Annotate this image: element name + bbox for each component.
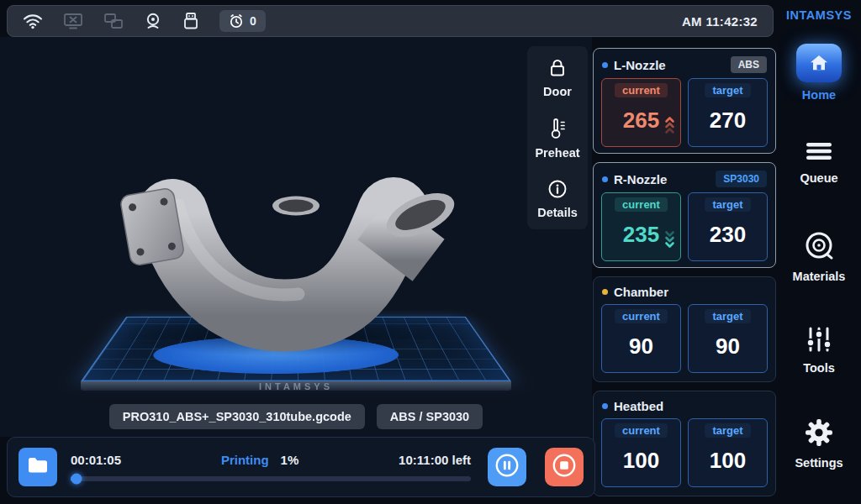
target-label: target [705, 83, 750, 97]
settings-gear-icon [805, 418, 833, 450]
stop-button[interactable] [545, 448, 584, 486]
current-label: current [615, 83, 668, 97]
panel-title: Chamber [614, 285, 767, 299]
temp-panel-r-nozzle: R-Nozzle SP3030 current 235 target 230 [593, 162, 776, 268]
target-label: target [705, 197, 750, 212]
sidebar-item-home[interactable]: Home [796, 44, 842, 102]
progress-dot[interactable] [71, 474, 82, 485]
webcam-icon[interactable] [144, 12, 162, 30]
current-value: 90 [629, 323, 653, 372]
target-value: 270 [710, 97, 746, 146]
current-temp-card: current 265 [601, 78, 681, 147]
material-chip: ABS / SP3030 [377, 404, 483, 429]
lock-icon [548, 58, 567, 81]
sidebar: INTAMSYS Home Queue Materials Tools [777, 0, 861, 504]
sidebar-label: Home [802, 88, 836, 102]
target-value: 230 [710, 212, 746, 260]
current-value: 235 [623, 212, 659, 260]
current-temp-card: current 100 [601, 418, 681, 487]
current-label: current [615, 423, 668, 438]
queue-icon [806, 140, 832, 165]
pause-button[interactable] [488, 448, 526, 486]
material-badge: ABS [731, 56, 767, 73]
temp-panel-l-nozzle: L-Nozzle ABS current 265 target 270 [593, 48, 776, 154]
current-label: current [615, 197, 668, 212]
model-viewport[interactable]: INTAMSYS [0, 37, 592, 437]
current-value: 265 [623, 97, 659, 146]
current-label: current [615, 309, 668, 323]
door-label: Door [543, 85, 572, 98]
temp-falling-icon [664, 229, 675, 249]
temp-panel-chamber: Chamber current 90 target 90 [593, 276, 776, 382]
plate-watermark: INTAMSYS [0, 381, 592, 391]
clock: AM 11:42:32 [682, 14, 758, 29]
printer-ui: 0 AM 11:42:32 INTAMSYS Home Queue Materi… [0, 0, 861, 504]
status-dot [602, 289, 608, 295]
sidebar-item-settings[interactable]: Settings [795, 418, 843, 470]
current-value: 100 [623, 438, 659, 486]
preheat-label: Preheat [535, 146, 579, 160]
details-label: Details [537, 206, 578, 219]
sidebar-item-queue[interactable]: Queue [800, 140, 837, 185]
wifi-icon[interactable] [23, 13, 43, 29]
status-dot [602, 176, 608, 182]
target-value: 100 [710, 438, 746, 486]
usb-icon[interactable] [182, 12, 199, 30]
temp-panel-heatbed: Heatbed current 100 target 100 [593, 391, 776, 496]
notification-pill[interactable]: 0 [219, 10, 266, 32]
target-temp-card[interactable]: target 90 [688, 304, 768, 373]
print-status: Printing [221, 453, 269, 467]
sidebar-item-tools[interactable]: Tools [803, 327, 835, 375]
pause-icon [494, 453, 520, 481]
home-icon [796, 44, 842, 82]
material-badge: SP3030 [716, 171, 767, 187]
door-button[interactable]: Door [543, 58, 572, 98]
sidebar-label: Tools [803, 361, 835, 375]
target-temp-card[interactable]: target 230 [688, 192, 768, 261]
remaining-time: 10:11:00 left [399, 453, 471, 467]
notification-count: 0 [250, 14, 256, 28]
target-label: target [705, 309, 750, 323]
stop-icon [552, 453, 577, 481]
status-group: Printing1% [221, 453, 298, 467]
gcode-filename-chip: PRO310_ABS+_SP3030_310tube.gcode [109, 404, 365, 429]
details-button[interactable]: Details [537, 179, 578, 219]
info-icon [547, 179, 568, 202]
status-dot [602, 403, 608, 409]
current-temp-card: current 235 [601, 192, 681, 261]
status-icons: 0 [23, 10, 266, 32]
status-bar: 0 AM 11:42:32 [7, 5, 774, 37]
progress-area: 00:01:05 Printing1% 10:11:00 left [71, 453, 471, 481]
model-shadow [126, 311, 437, 356]
print-status-bar: 00:01:05 Printing1% 10:11:00 left [7, 437, 595, 497]
tools-icon [806, 327, 832, 355]
target-temp-card[interactable]: target 270 [688, 78, 768, 147]
panel-title: Heatbed [614, 399, 767, 413]
quick-actions-panel: Door Preheat Details [527, 46, 588, 229]
folder-icon [27, 456, 49, 478]
temperature-panels: L-Nozzle ABS current 265 target 270 R-No… [593, 48, 776, 496]
sidebar-label: Materials [793, 270, 846, 283]
sidebar-label: Queue [800, 171, 837, 185]
progress-bar[interactable] [71, 476, 471, 481]
job-info: PRO310_ABS+_SP3030_310tube.gcode ABS / S… [0, 404, 592, 429]
files-button[interactable] [18, 448, 57, 486]
elapsed-time: 00:01:05 [71, 453, 121, 467]
target-temp-card[interactable]: target 100 [688, 418, 768, 487]
progress-percent: 1% [281, 453, 299, 467]
alarm-icon [229, 13, 244, 29]
status-dot [602, 62, 608, 68]
panel-title: L-Nozzle [614, 58, 725, 72]
brand-logo: INTAMSYS [786, 8, 852, 22]
sidebar-item-materials[interactable]: Materials [793, 230, 846, 283]
cast-icon[interactable] [103, 12, 124, 30]
thermometer-icon [548, 118, 567, 142]
screen-off-icon[interactable] [63, 12, 83, 30]
temp-rising-icon [664, 115, 675, 135]
panel-title: R-Nozzle [614, 172, 710, 186]
target-value: 90 [716, 323, 740, 372]
preheat-button[interactable]: Preheat [535, 118, 579, 160]
materials-icon [804, 230, 834, 264]
current-temp-card: current 90 [601, 304, 681, 373]
sidebar-label: Settings [795, 456, 843, 470]
